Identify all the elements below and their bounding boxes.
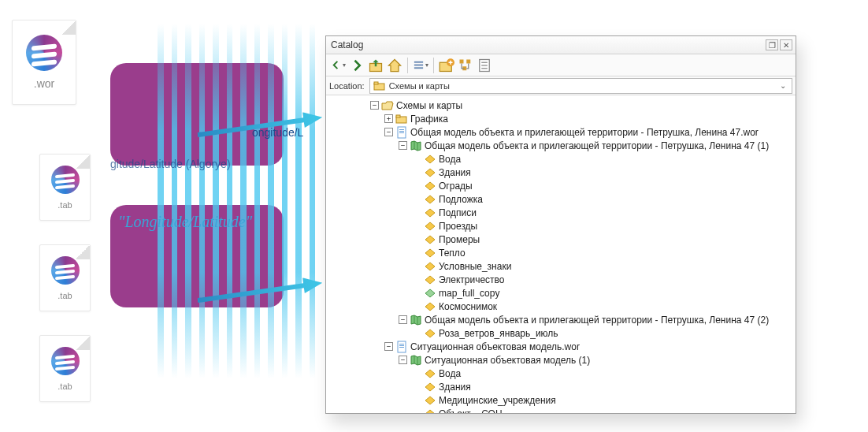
svg-rect-7 — [466, 59, 470, 63]
tree-node-label[interactable]: Вода — [439, 368, 461, 379]
tree-node-label[interactable]: Промеры — [439, 234, 480, 245]
back-button[interactable]: ▾ — [329, 57, 347, 74]
location-value: Схемы и карты — [389, 81, 774, 91]
tree-node-label[interactable]: Общая модель объекта и прилегающей терри… — [410, 127, 759, 138]
tree-node[interactable]: Здания — [328, 166, 794, 179]
close-button[interactable]: ✕ — [780, 39, 792, 50]
layer-icon — [424, 327, 436, 340]
tree-node-label[interactable]: map_full_copy — [439, 288, 499, 299]
restore-button[interactable]: ❐ — [766, 39, 778, 50]
tree-node[interactable]: −Общая модель объекта и прилегающей терр… — [328, 139, 794, 152]
tree-node[interactable]: Вода — [328, 152, 794, 166]
tree-node-label[interactable]: Роза_ветров_январь_июль — [439, 328, 558, 339]
layer-icon — [424, 394, 436, 407]
location-input[interactable]: Схемы и карты ⌄ — [369, 78, 792, 94]
tree-node-label[interactable]: Тепло — [439, 248, 466, 259]
app-logo-icon — [26, 35, 62, 71]
tree-node-label[interactable]: Здания — [439, 382, 471, 393]
deco-bars — [158, 24, 315, 378]
collapse-toggle[interactable]: − — [384, 342, 393, 351]
tree-node-label[interactable]: Электричество — [439, 274, 505, 285]
tree-node[interactable]: +Графика — [328, 112, 794, 125]
tree-node[interactable]: Электричество — [328, 273, 794, 286]
tree-node-label[interactable]: Общая модель объекта и прилегающей терри… — [425, 315, 769, 326]
file-ext-label: .tab — [57, 291, 72, 300]
layer-icon — [424, 367, 436, 380]
tree-node-label[interactable]: Проезды — [439, 221, 477, 232]
collapse-toggle[interactable]: − — [399, 356, 407, 364]
up-button[interactable] — [367, 57, 384, 74]
collapse-toggle[interactable]: − — [399, 141, 407, 150]
tree-node[interactable]: Объект__СОЦ — [328, 407, 794, 413]
file-tab-2: .tab — [39, 244, 91, 311]
tree-mode-button[interactable] — [457, 57, 474, 74]
tree-node[interactable]: map_full_copy — [328, 286, 794, 300]
collapse-toggle[interactable]: − — [384, 128, 393, 136]
tree-node[interactable]: Вода — [328, 367, 794, 380]
tree-node-label[interactable]: Вода — [439, 154, 461, 165]
tree-node[interactable]: Медицинские_учреждения — [328, 393, 794, 407]
tree-node-label[interactable]: Схемы и карты — [396, 100, 462, 111]
tree-node[interactable]: Проезды — [328, 219, 794, 233]
layer-icon — [424, 193, 436, 206]
tree-node[interactable]: Условные_знаки — [328, 259, 794, 273]
map-icon — [410, 354, 422, 367]
file-ext-label: .wor — [34, 77, 54, 90]
layer-icon — [424, 153, 436, 166]
tree-node-label[interactable]: Медицинские_учреждения — [439, 395, 556, 406]
tree-node[interactable]: Подписи — [328, 206, 794, 219]
tree-node[interactable]: −Ситуационная объектовая модель.wor — [328, 340, 794, 353]
tree-node-label[interactable]: Условные_знаки — [439, 261, 511, 272]
file-wor: .wor — [12, 20, 76, 105]
tree-node[interactable]: Подложка — [328, 192, 794, 206]
collapse-toggle[interactable]: − — [370, 101, 379, 110]
tree-node-label[interactable]: Подписи — [439, 207, 477, 218]
tree-node[interactable]: Ограды — [328, 179, 794, 192]
app-logo-icon — [51, 347, 80, 375]
tree-node-label[interactable]: Космоснимок — [439, 301, 497, 312]
tree-node[interactable]: −Схемы и карты — [328, 99, 794, 112]
decorative-graphic: ongitude/L gitude/Latitude (Algorye) "Lo… — [110, 63, 339, 378]
tree-node[interactable]: Промеры — [328, 233, 794, 246]
layer-icon — [424, 233, 436, 246]
layer-icon — [424, 260, 436, 273]
location-bar: Location: Схемы и карты ⌄ — [326, 76, 796, 95]
new-folder-button[interactable] — [438, 57, 455, 74]
location-label: Location: — [329, 81, 365, 91]
tree-node[interactable]: Здания — [328, 380, 794, 393]
view-mode-button[interactable]: ▾ — [412, 57, 429, 74]
tree-node[interactable]: −Общая модель объекта и прилегающей терр… — [328, 313, 794, 326]
folder-closed-icon — [395, 113, 408, 125]
forward-button[interactable] — [348, 57, 365, 74]
tree-node-label[interactable]: Здания — [439, 167, 471, 178]
tree-node[interactable]: −Общая модель объекта и прилегающей терр… — [328, 125, 794, 139]
tree-node[interactable]: Роза_ветров_январь_июль — [328, 326, 794, 340]
collapse-toggle[interactable]: − — [399, 315, 407, 324]
layer-icon — [424, 207, 436, 219]
deco-text: gitude/Latitude (Algorye) — [110, 158, 231, 170]
tree-node-label[interactable]: Ситуационная объектовая модель (1) — [425, 355, 590, 366]
tree-node-label[interactable]: Ограды — [439, 181, 473, 192]
properties-button[interactable] — [476, 57, 493, 74]
tree-node-label[interactable]: Графика — [410, 114, 448, 125]
tree-node[interactable]: −Ситуационная объектовая модель (1) — [328, 353, 794, 367]
titlebar[interactable]: Catalog ❐ ✕ — [326, 36, 796, 54]
file-ext-label: .tab — [57, 382, 72, 391]
tree-view[interactable]: −Схемы и карты+Графика−Общая модель объе… — [326, 95, 796, 413]
svg-rect-6 — [460, 59, 464, 63]
svg-rect-1 — [414, 61, 423, 63]
expand-toggle[interactable]: + — [384, 114, 393, 123]
layer-icon — [424, 381, 436, 393]
tree-node[interactable]: Космоснимок — [328, 300, 794, 313]
folder-icon — [373, 80, 386, 92]
tree-node-label[interactable]: Ситуационная объектовая модель.wor — [410, 341, 580, 352]
home-button[interactable] — [386, 57, 403, 74]
tree-node-label[interactable]: Объект__СОЦ — [439, 408, 503, 414]
tree-node[interactable]: Тепло — [328, 246, 794, 259]
doc-icon — [395, 341, 408, 353]
dropdown-icon[interactable]: ⌄ — [777, 81, 788, 90]
layer-g-icon — [424, 287, 436, 300]
doc-icon — [395, 126, 408, 139]
tree-node-label[interactable]: Общая модель объекта и прилегающей терри… — [425, 140, 769, 151]
tree-node-label[interactable]: Подложка — [439, 194, 483, 205]
